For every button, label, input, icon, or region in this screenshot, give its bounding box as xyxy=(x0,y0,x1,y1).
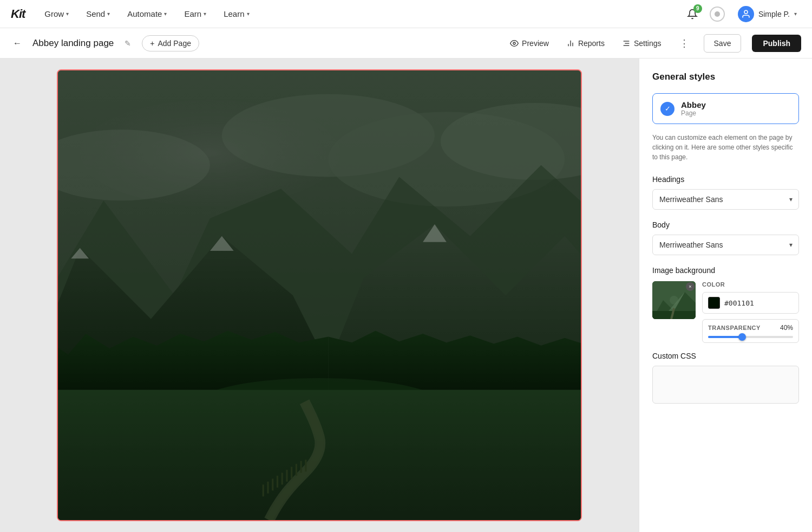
nav-label-earn: Earn xyxy=(184,9,201,18)
transparency-label-row: TRANSPARENCY 40% xyxy=(708,324,793,332)
svg-point-1 xyxy=(513,42,515,44)
nav-label-send: Send xyxy=(86,9,105,18)
template-info: Abbey Page xyxy=(681,100,706,117)
template-check-icon: ✓ xyxy=(660,102,675,116)
headings-label: Headings xyxy=(652,175,799,184)
nav-right: 9 Simple P. ▾ xyxy=(684,4,801,24)
panel-title: General styles xyxy=(652,72,799,82)
main-content: Subscribe to our newsletter Provide some… xyxy=(0,59,812,532)
settings-button[interactable]: Settings xyxy=(619,37,665,50)
template-type: Page xyxy=(681,109,706,117)
nav-label-automate: Automate xyxy=(127,9,162,18)
notification-badge: 9 xyxy=(693,4,702,13)
color-section: COLOR #001101 TRANSPARENCY 40% xyxy=(702,281,799,343)
user-menu[interactable]: Simple P. ▾ xyxy=(734,4,801,24)
save-button[interactable]: Save xyxy=(704,34,742,53)
transparency-slider-thumb[interactable] xyxy=(738,333,746,341)
page-title: Abbey landing page xyxy=(32,38,114,49)
chevron-down-icon-user: ▾ xyxy=(794,11,797,17)
image-bg-row: × COLOR #001101 TRANSPARENCY 40% xyxy=(652,281,799,343)
transparency-slider-track xyxy=(708,336,793,338)
chevron-down-icon-send: ▾ xyxy=(107,11,110,17)
chevron-down-icon-learn: ▾ xyxy=(247,11,250,17)
color-swatch xyxy=(708,297,720,309)
nav-label-learn: Learn xyxy=(224,9,244,18)
back-arrow-icon: ← xyxy=(13,38,22,48)
landing-preview: Subscribe to our newsletter Provide some… xyxy=(57,69,582,521)
plus-icon: + xyxy=(150,39,154,48)
custom-css-textarea[interactable] xyxy=(652,366,799,404)
preview-button[interactable]: Preview xyxy=(507,37,552,50)
chevron-down-icon-earn: ▾ xyxy=(204,11,206,17)
color-hex-value: #001101 xyxy=(724,299,754,307)
reports-icon xyxy=(566,39,575,48)
canvas-area: Subscribe to our newsletter Provide some… xyxy=(0,59,639,532)
transparency-label: TRANSPARENCY xyxy=(708,325,761,331)
nav-item-send[interactable]: Send ▾ xyxy=(84,7,112,21)
top-nav: Kit Grow ▾ Send ▾ Automate ▾ Earn ▾ Lear… xyxy=(0,0,812,28)
toolbar-actions: Preview Reports Settings ⋮ Save Publish xyxy=(507,34,801,53)
image-thumbnail[interactable]: × xyxy=(652,281,696,319)
transparency-slider-fill xyxy=(708,336,742,338)
template-card[interactable]: ✓ Abbey Page xyxy=(652,93,799,124)
publish-button[interactable]: Publish xyxy=(752,35,801,52)
back-button[interactable]: ← xyxy=(11,36,24,50)
svg-point-0 xyxy=(744,10,748,14)
transparency-value: 40% xyxy=(780,324,793,332)
nav-item-earn[interactable]: Earn ▾ xyxy=(182,7,208,21)
right-panel: General styles ✓ Abbey Page You can cust… xyxy=(639,59,812,532)
nav-item-grow[interactable]: Grow ▾ xyxy=(42,7,71,21)
avatar xyxy=(738,6,754,22)
add-page-button[interactable]: + Add Page xyxy=(142,35,199,51)
custom-css-label: Custom CSS xyxy=(652,352,799,360)
body-font-wrapper: Merriweather Sans Georgia Arial Helvetic… xyxy=(652,235,799,255)
helper-text: You can customize each element on the pa… xyxy=(652,133,799,162)
svg-rect-35 xyxy=(58,70,581,520)
more-options-button[interactable]: ⋮ xyxy=(676,35,693,52)
svg-point-51 xyxy=(670,296,678,304)
chevron-down-icon-grow: ▾ xyxy=(66,11,69,17)
notifications-button[interactable]: 9 xyxy=(684,5,701,23)
toolbar: ← Abbey landing page ✎ + Add Page Previe… xyxy=(0,28,812,59)
nav-item-automate[interactable]: Automate ▾ xyxy=(125,7,169,21)
background-image xyxy=(58,70,581,520)
color-label: COLOR xyxy=(702,281,799,288)
user-name: Simple P. xyxy=(758,10,790,18)
reports-label: Reports xyxy=(578,39,605,48)
logo: Kit xyxy=(11,7,25,21)
chevron-down-icon-automate: ▾ xyxy=(164,11,167,17)
add-page-label: Add Page xyxy=(158,39,191,48)
settings-label: Settings xyxy=(634,39,662,48)
reports-button[interactable]: Reports xyxy=(563,37,608,50)
image-bg-label: Image background xyxy=(652,266,799,275)
preview-label: Preview xyxy=(522,39,549,48)
nav-item-learn[interactable]: Learn ▾ xyxy=(221,7,251,21)
headings-font-select[interactable]: Merriweather Sans Georgia Arial Helvetic… xyxy=(652,189,799,210)
body-font-select[interactable]: Merriweather Sans Georgia Arial Helvetic… xyxy=(652,235,799,255)
settings-icon xyxy=(622,39,631,48)
eye-icon xyxy=(510,39,519,48)
transparency-control: TRANSPARENCY 40% xyxy=(702,319,799,343)
status-indicator xyxy=(710,7,725,22)
nav-label-grow: Grow xyxy=(44,9,64,18)
headings-font-wrapper: Merriweather Sans Georgia Arial Helvetic… xyxy=(652,189,799,210)
body-label: Body xyxy=(652,220,799,229)
template-name: Abbey xyxy=(681,100,706,109)
edit-icon[interactable]: ✎ xyxy=(122,38,133,49)
remove-image-button[interactable]: × xyxy=(686,282,695,291)
color-picker-row[interactable]: #001101 xyxy=(702,292,799,314)
